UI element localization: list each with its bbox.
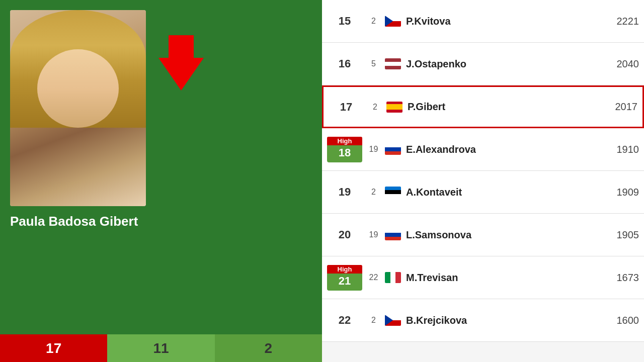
rank-number: 15 [327,15,362,28]
player-points: 1910 [599,144,639,155]
bottom-bar: 17 11 2 [0,334,322,362]
high-label: High [327,137,362,145]
rank-change: 2 [364,103,386,112]
rank-change: 19 [362,230,385,239]
Russia-flag [385,144,401,155]
rank-change: 2 [362,316,385,325]
player-points: 2017 [597,101,637,113]
player-name-cell: L.Samsonova [406,229,471,241]
player-info: L.Samsonova [385,229,599,241]
bottom-stat2: 2 [215,334,322,362]
Czech Republic-flag [385,315,401,326]
bottom-rank: 17 [0,334,107,362]
rank-number: 22 [327,314,362,327]
Estonia-flag [385,187,401,198]
ranking-row: 17 2 P.Gibert 2017 [322,85,644,128]
arrow-head [158,58,204,90]
left-panel: Paula Badosa Gibert 17 11 2 [0,0,322,362]
player-info: P.Kvitova [385,16,599,27]
player-points: 1905 [599,229,639,241]
Spain-flag [386,102,403,113]
rank-number: 19 [327,186,362,199]
player-points: 1673 [599,272,639,284]
player-info: J.Ostapenko [385,58,599,70]
player-info: P.Gibert [386,101,597,113]
Latvia-flag [385,58,401,69]
ranking-table: 15 2 P.Kvitova 2221 16 5 J.Ostapenko 204… [322,0,644,342]
ranking-row: 15 2 P.Kvitova 2221 [322,0,644,43]
Italy-flag [385,272,401,283]
right-panel: 15 2 P.Kvitova 2221 16 5 J.Ostapenko 204… [322,0,644,362]
rank-number: 16 [327,57,362,70]
Czech Republic-flag [385,16,401,27]
rank-number: 20 [327,228,362,241]
player-name-cell: J.Ostapenko [406,58,466,70]
player-points: 1600 [599,315,639,326]
rank-change: 5 [362,59,385,68]
ranking-row: 16 5 J.Ostapenko 2040 [322,43,644,85]
rank-change: 22 [362,273,385,282]
player-info: B.Krejcikova [385,315,599,326]
rank-change: 2 [362,17,385,26]
player-name-cell: P.Kvitova [406,16,451,27]
player-name-cell: M.Trevisan [406,272,458,284]
high-badge-rank: High 18 [327,137,362,162]
player-info: A.Kontaveit [385,187,599,198]
high-badge-rank: High 21 [327,265,362,291]
player-name-cell: B.Krejcikova [406,315,467,326]
player-info: M.Trevisan [385,272,599,284]
arrow-shaft [169,35,194,58]
ranking-row: 22 2 B.Krejcikova 1600 [322,299,644,342]
high-label: High [327,265,362,274]
player-points: 2221 [599,16,639,27]
ranking-row: 20 19 L.Samsonova 1905 [322,214,644,256]
rank-change: 19 [362,145,385,154]
player-info: E.Alexandrova [385,144,599,155]
player-name: Paula Badosa Gibert [10,214,138,229]
player-photo [10,10,146,206]
player-points: 2040 [599,58,639,70]
high-number: 18 [329,146,360,159]
ranking-row: High 21 22 M.Trevisan 1673 [322,256,644,299]
bottom-stat1: 11 [107,334,214,362]
player-points: 1909 [599,187,639,198]
high-number: 21 [329,275,360,288]
player-name-cell: E.Alexandrova [406,144,476,155]
player-name-cell: P.Gibert [408,101,445,113]
player-name-cell: A.Kontaveit [406,187,462,198]
ranking-row: High 18 19 E.Alexandrova 1910 [322,128,644,171]
ranking-row: 19 2 A.Kontaveit 1909 [322,171,644,214]
rank-change: 2 [362,188,385,197]
rank-number: 17 [329,101,364,114]
Russia-flag [385,229,401,240]
